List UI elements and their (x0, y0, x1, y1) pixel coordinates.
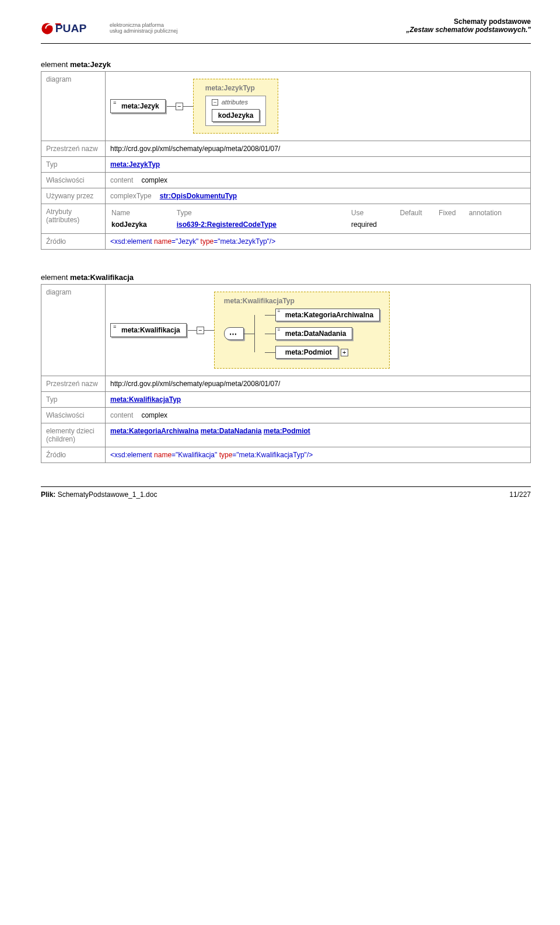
source-label: Źródło (41, 234, 106, 250)
logo-subtitle: elektroniczna platforma usług administra… (110, 23, 178, 34)
svg-rect-2 (55, 23, 61, 24)
section1-title: element meta:Jezyk (41, 60, 531, 69)
props-value: contentcomplex (106, 408, 531, 423)
usedby-link[interactable]: str:OpisDokumentuTyp (160, 192, 237, 200)
diagram-label: diagram (41, 72, 106, 141)
ns-label: Przestrzeń nazw (41, 376, 106, 392)
props-value: contentcomplex (106, 173, 531, 188)
props-label: Właściwości (41, 408, 106, 423)
source-code: <xsd:element name="Kwalifikacja" type="m… (106, 447, 531, 463)
type-link[interactable]: meta:JezykTyp (110, 160, 160, 169)
attribute-node: kodJezyka (212, 109, 260, 122)
child-link[interactable]: meta:KategoriaArchiwalna (110, 427, 198, 435)
diagram-label: diagram (41, 285, 106, 376)
page-header: PUAP elektroniczna platforma usług admin… (41, 17, 531, 44)
file-name: SchematyPodstawowe_1_1.doc (58, 490, 158, 499)
child-node: ≡meta:KategoriaArchiwalna (275, 309, 380, 321)
epuap-logo: PUAP (41, 17, 105, 40)
sequence-icon: ⋯ (224, 327, 244, 340)
attr-type-link[interactable]: iso639-2:RegisteredCodeType (177, 220, 276, 229)
section2-diagram: ≡meta:Kwalifikacja − meta:KwalifikacjaTy… (106, 285, 531, 376)
ns-value: http://crd.gov.pl/xml/schematy/epuap/met… (106, 376, 531, 392)
type-label: Typ (41, 157, 106, 173)
attrs-label: Atrybuty (attributes) (41, 204, 106, 234)
child-node: meta:Podmiot (275, 346, 338, 359)
type-label: Typ (41, 392, 106, 408)
child-node: ≡meta:DataNadania (275, 327, 353, 340)
section1-diagram: ≡meta:Jezyk − meta:JezykTyp − attributes… (106, 72, 531, 141)
type-link[interactable]: meta:KwalifikacjaTyp (110, 395, 181, 404)
type-panel: meta:KwalifikacjaTyp ⋯ (214, 292, 390, 369)
usedby-label: Używany przez (41, 188, 106, 204)
section2-title: element meta:Kwalifikacja (41, 273, 531, 282)
expand-icon: + (341, 349, 348, 356)
source-label: Źródło (41, 447, 106, 463)
type-panel: meta:JezykTyp − attributes kodJezyka (193, 79, 279, 134)
child-link[interactable]: meta:Podmiot (264, 427, 310, 435)
usedby-value: complexTypestr:OpisDokumentuTyp (106, 188, 531, 204)
ns-value: http://crd.gov.pl/xml/schematy/epuap/met… (106, 141, 531, 157)
page-number: 11/227 (509, 490, 531, 499)
schema-root-node: ≡meta:Kwalifikacja (110, 323, 187, 337)
file-label: Plik: (41, 490, 55, 499)
doc-subtitle: „Zestaw schematów podstawowych." (406, 26, 531, 34)
attrs-cell: Name Type Use Default Fixed annotation k… (106, 204, 531, 234)
collapse-icon: − (212, 99, 218, 106)
doc-title: Schematy podstawowe (406, 17, 531, 26)
source-code: <xsd:element name="Jezyk" type="meta:Jez… (106, 234, 531, 250)
logo-block: PUAP elektroniczna platforma usług admin… (41, 17, 178, 40)
section1-table: diagram ≡meta:Jezyk − meta:JezykTyp − (41, 71, 531, 250)
page-footer: Plik: SchematyPodstawowe_1_1.doc 11/227 (41, 486, 531, 499)
children-cell: meta:KategoriaArchiwalna meta:DataNadani… (106, 423, 531, 447)
props-label: Właściwości (41, 173, 106, 188)
ns-label: Przestrzeń nazw (41, 141, 106, 157)
child-link[interactable]: meta:DataNadania (201, 427, 262, 435)
children-label: elementy dzieci (children) (41, 423, 106, 447)
schema-root-node: ≡meta:Jezyk (110, 99, 166, 113)
section2-table: diagram ≡meta:Kwalifikacja − meta:Kwalif… (41, 284, 531, 463)
header-right: Schematy podstawowe „Zestaw schematów po… (406, 17, 531, 34)
